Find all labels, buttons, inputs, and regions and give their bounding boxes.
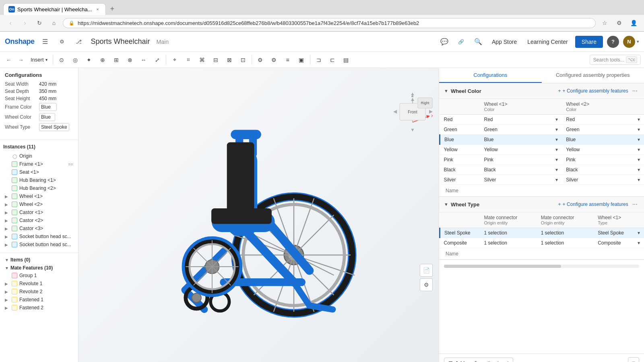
group1-item[interactable]: Group 1 bbox=[3, 272, 75, 280]
bookmark-btn[interactable]: ☆ bbox=[599, 17, 610, 29]
configure-assembly-btn-2[interactable]: + + Configure assembly features bbox=[558, 202, 628, 207]
socket-1-item[interactable]: ▶ Socket button head sc... bbox=[3, 232, 75, 241]
tab-close-btn[interactable]: × bbox=[94, 6, 101, 12]
origin-item[interactable]: ◯ Origin bbox=[3, 152, 75, 160]
toolbar-btn-6[interactable]: ⊗ bbox=[124, 53, 136, 66]
wheel2-color-dropdown[interactable]: ▾ bbox=[638, 127, 640, 132]
row-wheel1-color[interactable]: Blue ▾ bbox=[480, 135, 562, 145]
tab-configurations[interactable]: Configurations bbox=[439, 68, 542, 83]
undo-btn[interactable]: ← bbox=[3, 54, 14, 66]
wheel2-color-dropdown[interactable]: ▾ bbox=[638, 167, 640, 173]
wt-new-row-name-input[interactable] bbox=[443, 250, 508, 258]
row-wheel1-color[interactable]: Black ▾ bbox=[480, 165, 562, 175]
row-wheel2-color[interactable]: Red ▾ bbox=[562, 115, 644, 125]
wheel2-color-dropdown[interactable]: ▾ bbox=[638, 147, 640, 152]
row-wheel1-color[interactable]: Silver ▾ bbox=[480, 175, 562, 185]
config-panel-btn[interactable]: ⚙ bbox=[420, 278, 433, 291]
wheel-color-toggle-icon[interactable]: ▼ bbox=[444, 88, 448, 93]
wt-row-type[interactable]: Composite ▾ bbox=[594, 238, 644, 248]
table-row[interactable]: Blue Blue ▾ Blue ▾ bbox=[440, 135, 644, 145]
settings-btn[interactable]: ⚙ bbox=[56, 35, 68, 48]
toolbar-btn-14[interactable]: ⊡ bbox=[237, 53, 250, 66]
help-btn[interactable]: ? bbox=[607, 36, 619, 48]
socket-2-item[interactable]: ▶ Socket button head sc... bbox=[3, 241, 75, 249]
wheel2-color-dropdown[interactable]: ▾ bbox=[638, 157, 640, 162]
wheel1-color-dropdown[interactable]: ▾ bbox=[555, 127, 558, 132]
profile-btn[interactable]: 👤 bbox=[628, 17, 639, 29]
onshape-logo[interactable]: Onshape bbox=[5, 37, 35, 46]
toolbar-btn-11[interactable]: ⌘ bbox=[196, 53, 208, 66]
wt-row-mate1[interactable]: 1 selection bbox=[480, 228, 537, 238]
toolbar-btn-18[interactable]: ▣ bbox=[295, 53, 308, 66]
search-tools[interactable]: Search tools... ⌥c bbox=[590, 55, 641, 65]
mate-features-header[interactable]: ▼ Mate Features (10) bbox=[0, 263, 78, 272]
table-row[interactable]: Yellow Yellow ▾ Yellow ▾ bbox=[440, 145, 644, 155]
toolbar-btn-4[interactable]: ⊕ bbox=[96, 53, 109, 66]
hamburger-menu-btn[interactable]: ☰ bbox=[39, 35, 52, 48]
wheel-type-toggle-icon[interactable]: ▼ bbox=[444, 202, 448, 207]
app-store-link[interactable]: App Store bbox=[489, 37, 520, 47]
toolbar-btn-7[interactable]: ↔ bbox=[137, 53, 150, 66]
toolbar-btn-15[interactable]: ⚙ bbox=[254, 53, 267, 66]
type-dropdown[interactable]: ▾ bbox=[638, 240, 640, 246]
toolbar-btn-10[interactable]: ⌗ bbox=[182, 53, 195, 66]
wt-row-mate2[interactable]: 1 selection bbox=[537, 228, 594, 238]
row-wheel2-color[interactable]: Yellow ▾ bbox=[562, 145, 644, 155]
toolbar-btn-20[interactable]: ⊏ bbox=[326, 53, 339, 66]
wt-row-type[interactable]: Steel Spoke ▾ bbox=[594, 228, 644, 238]
toolbar-btn-3[interactable]: ✦ bbox=[83, 53, 95, 66]
items-section-header[interactable]: ▼ Items (0) bbox=[0, 255, 78, 263]
wheel-type-select[interactable]: Steel SpokeComposite bbox=[39, 123, 69, 131]
scrollbar-thumb[interactable] bbox=[444, 265, 561, 268]
doc-panel-btn[interactable]: 📄 bbox=[420, 264, 433, 277]
row-wheel2-color[interactable]: Pink ▾ bbox=[562, 155, 644, 165]
wheel1-color-dropdown[interactable]: ▾ bbox=[555, 167, 558, 173]
toolbar-btn-5[interactable]: ⊞ bbox=[110, 53, 123, 66]
table-row[interactable]: Composite 1 selection 1 selection Compos… bbox=[440, 238, 644, 248]
row-wheel2-color[interactable]: Green ▾ bbox=[562, 125, 644, 135]
wheel1-color-dropdown[interactable]: ▾ bbox=[555, 157, 558, 162]
wheel2-color-dropdown[interactable]: ▾ bbox=[638, 177, 640, 183]
new-row-name-input[interactable] bbox=[443, 187, 508, 195]
toolbar-btn-19[interactable]: ⊐ bbox=[312, 53, 325, 66]
frame-item[interactable]: Frame <1> ≡≡ bbox=[3, 160, 75, 168]
castor-1-item[interactable]: ▶ Castor <1> bbox=[3, 208, 75, 216]
redo-btn[interactable]: → bbox=[15, 54, 27, 66]
configure-assembly-btn[interactable]: + + Configure assembly features bbox=[558, 88, 628, 94]
table-row[interactable]: Green Green ▾ Green ▾ bbox=[440, 125, 644, 135]
insert-btn[interactable]: Insert ▾ bbox=[27, 55, 51, 64]
search-btn[interactable]: 🔍 bbox=[472, 35, 485, 48]
wheel2-color-dropdown[interactable]: ▾ bbox=[638, 117, 640, 122]
toolbar-btn-2[interactable]: ◎ bbox=[69, 53, 82, 66]
chat-btn[interactable]: 💬 bbox=[438, 35, 451, 48]
table-row[interactable]: Pink Pink ▾ Pink ▾ bbox=[440, 155, 644, 165]
seat-item[interactable]: Seat <1> bbox=[3, 168, 75, 176]
type-dropdown[interactable]: ▾ bbox=[638, 230, 640, 236]
frame-color-select[interactable]: BlueRedGreenBlack bbox=[39, 103, 57, 111]
extensions-btn[interactable]: ⚙ bbox=[613, 17, 625, 29]
learning-center-link[interactable]: Learning Center bbox=[524, 37, 571, 47]
wt-row-mate1[interactable]: 1 selection bbox=[480, 238, 537, 248]
hub-bearing-1-item[interactable]: Hub Bearing <1> bbox=[3, 176, 75, 184]
forward-btn[interactable]: › bbox=[19, 17, 31, 29]
row-wheel2-color[interactable]: Silver ▾ bbox=[562, 175, 644, 185]
add-config-input-btn[interactable]: ⊞ Add configuration input bbox=[444, 358, 513, 362]
wheel1-color-dropdown[interactable]: ▾ bbox=[555, 177, 558, 183]
row-wheel2-color[interactable]: Blue ▾ bbox=[562, 135, 644, 145]
collapse-panel-btn[interactable]: ▼ bbox=[628, 357, 639, 362]
table-row[interactable]: Silver Silver ▾ Silver ▾ bbox=[440, 175, 644, 185]
row-wheel1-color[interactable]: Pink ▾ bbox=[480, 155, 562, 165]
row-wheel2-color[interactable]: Black ▾ bbox=[562, 165, 644, 175]
toolbar-btn-21[interactable]: ▤ bbox=[340, 53, 353, 66]
version-btn[interactable]: 🔗 bbox=[455, 35, 468, 48]
scrollbar-track[interactable] bbox=[444, 265, 639, 268]
view-cube[interactable]: Z X Front Right ▼ ◀ ▶ ▲ bbox=[392, 92, 433, 138]
back-btn[interactable]: ‹ bbox=[5, 17, 16, 29]
wheel1-color-dropdown[interactable]: ▾ bbox=[555, 137, 558, 142]
toolbar-btn-9[interactable]: ⌖ bbox=[168, 53, 181, 66]
share-button[interactable]: Share bbox=[575, 36, 603, 48]
fastened1-item[interactable]: ▶ Fastened 1 bbox=[3, 296, 75, 304]
castor-2-item[interactable]: ▶ Castor <2> bbox=[3, 216, 75, 224]
toolbar-btn-17[interactable]: ≡ bbox=[281, 53, 294, 66]
wheel-color-select[interactable]: BlueRedBlack bbox=[39, 113, 55, 121]
